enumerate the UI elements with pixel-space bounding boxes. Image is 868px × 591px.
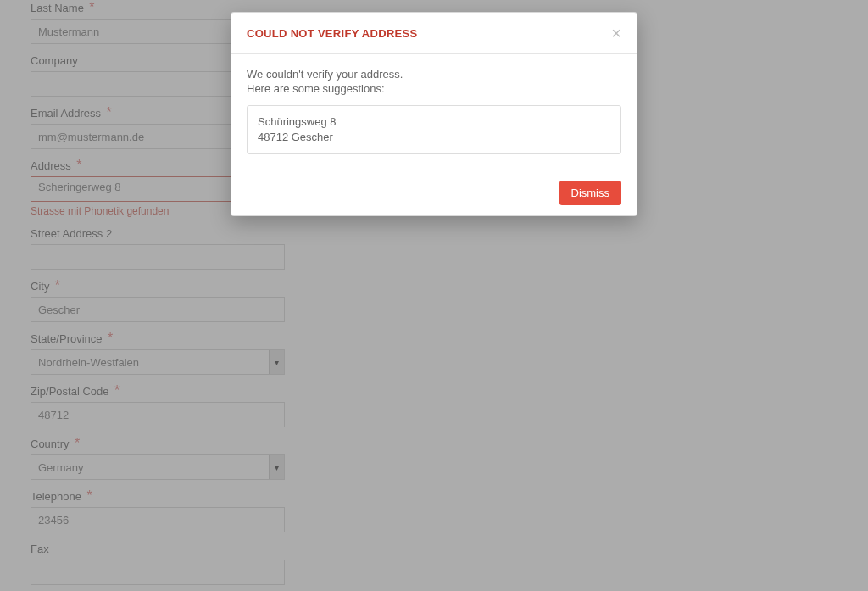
modal-header: COULD NOT VERIFY ADDRESS × (231, 13, 637, 54)
address-suggestion[interactable]: Schüringsweg 8 48712 Gescher (247, 105, 621, 154)
modal-message-line1: We couldn't verify your address. (247, 68, 621, 81)
modal-message-line2: Here are some suggestions: (247, 82, 621, 95)
dismiss-button[interactable]: Dismiss (559, 181, 622, 205)
close-icon[interactable]: × (611, 25, 621, 42)
modal-footer: Dismiss (231, 170, 637, 215)
modal-title: COULD NOT VERIFY ADDRESS (247, 27, 418, 40)
modal-body: We couldn't verify your address. Here ar… (231, 54, 637, 170)
address-verify-modal: COULD NOT VERIFY ADDRESS × We couldn't v… (231, 12, 637, 216)
suggestion-city: 48712 Gescher (258, 130, 610, 145)
suggestion-street: Schüringsweg 8 (258, 114, 610, 130)
